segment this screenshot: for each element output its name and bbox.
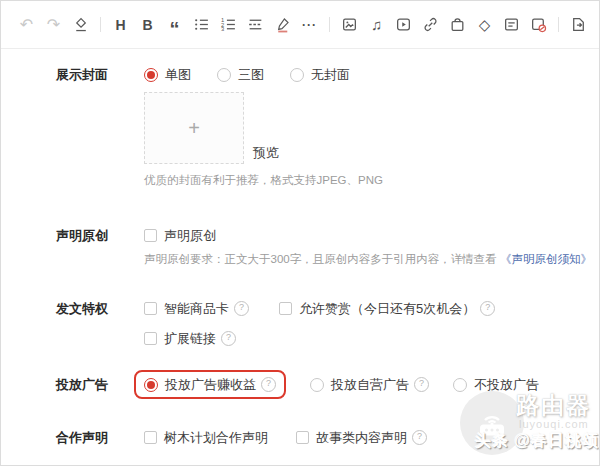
section-cooperation: 合作声明 树木计划合作声明 故事类内容声明 ? [1,429,599,446]
original-notice-link[interactable]: 《声明原创须知》 [500,253,592,265]
original-hint: 声明原创要求：正文大于300字，且原创内容多于引用内容，详情查看 [144,253,497,265]
numbered-list-icon[interactable]: 1 2 3 [215,13,242,37]
redo-icon[interactable]: ↷ [40,13,67,37]
editor-toolbar: ↶ ↷ H B “ 1 2 3 [1,1,599,49]
insert-diamond-icon[interactable]: ◇ [471,13,498,37]
radio-ads-self-operated[interactable]: 投放自营广告 ? [310,376,429,393]
radio-no-cover[interactable]: 无封面 [290,66,350,83]
radio-indicator[interactable] [310,378,324,392]
insert-card-icon[interactable] [498,13,525,37]
cover-section-label: 展示封面 [56,66,144,83]
plus-icon: + [188,117,200,140]
cover-upload-box[interactable]: + [144,92,244,164]
cooperation-section-label: 合作声明 [56,429,144,446]
highlight-annotation-box: 投放广告赚收益 ? [134,370,286,399]
more-icon[interactable]: ··· [296,13,323,37]
radio-indicator[interactable] [144,68,158,82]
section-privileges: 发文特权 智能商品卡 ? 允许赞赏（今日还有5次机会） ? [1,300,599,347]
cover-hint: 优质的封面有利于推荐，格式支持JPEG、PNG [144,173,599,188]
checkbox-smart-goods-card[interactable]: 智能商品卡 ? [144,300,249,317]
toolbar-divider [100,17,101,32]
help-icon[interactable]: ? [412,430,427,445]
insert-link-icon[interactable] [417,13,444,37]
toolbar-divider [558,17,559,32]
section-original: 声明原创 声明原创 声明原创要求：正文大于300字，且原创内容多于引用内容，详情… [1,227,599,267]
svg-text:3: 3 [221,26,224,32]
help-icon[interactable]: ? [221,331,236,346]
ads-section-label: 投放广告 [56,376,144,393]
radio-three-images[interactable]: 三图 [217,66,264,83]
checkbox-indicator[interactable] [144,229,157,242]
blockquote-icon[interactable]: “ [161,13,188,37]
checkbox-extended-link[interactable]: 扩展链接 ? [144,330,236,347]
toolbar-divider [329,17,330,32]
radio-ads-earn[interactable]: 投放广告赚收益 ? [144,376,276,393]
radio-indicator[interactable] [144,378,158,392]
publish-settings-form: 展示封面 单图 三图 无封面 [1,49,599,446]
checkbox-declare-original[interactable]: 声明原创 [144,227,599,244]
help-icon[interactable]: ? [234,301,249,316]
new-document-icon[interactable] [565,13,592,37]
checkbox-story-content[interactable]: 故事类内容声明 ? [296,429,427,446]
help-icon[interactable]: ? [261,377,276,392]
insert-video-icon[interactable] [390,13,417,37]
help-icon[interactable]: ? [414,377,429,392]
insert-music-icon[interactable]: ♫ [363,13,390,37]
checkbox-indicator[interactable] [144,431,157,444]
radio-indicator[interactable] [453,378,467,392]
original-section-label: 声明原创 [56,227,144,244]
checkbox-indicator[interactable] [279,302,292,315]
undo-icon[interactable]: ↶ [13,13,40,37]
heading-icon[interactable]: H [107,13,134,37]
editor-settings-page: ↶ ↷ H B “ 1 2 3 [0,0,600,466]
section-cover: 展示封面 单图 三图 无封面 [1,66,599,188]
divider-line-icon[interactable] [242,13,269,37]
checkbox-allow-reward[interactable]: 允许赞赏（今日还有5次机会） ? [279,300,495,317]
insert-goods-icon[interactable] [444,13,471,37]
checkbox-indicator[interactable] [296,431,309,444]
checkbox-indicator[interactable] [144,332,157,345]
help-icon[interactable]: ? [480,301,495,316]
ad-disabled-icon[interactable] [525,13,552,37]
preview-button[interactable]: 预览 [253,144,279,162]
format-clear-icon[interactable] [67,13,94,37]
bold-icon[interactable]: B [134,13,161,37]
checkbox-indicator[interactable] [144,302,157,315]
checkbox-tree-plan[interactable]: 树木计划合作声明 [144,429,268,446]
privileges-section-label: 发文特权 [56,300,144,317]
radio-indicator[interactable] [217,68,231,82]
highlighter-icon[interactable] [269,13,296,37]
radio-indicator[interactable] [290,68,304,82]
radio-ads-none[interactable]: 不投放广告 [453,376,539,393]
radio-single-image[interactable]: 单图 [144,66,191,83]
section-ads: 投放广告 投放广告赚收益 ? 投放自营广告 ? [1,376,599,393]
bulleted-list-icon[interactable] [188,13,215,37]
insert-image-icon[interactable] [336,13,363,37]
